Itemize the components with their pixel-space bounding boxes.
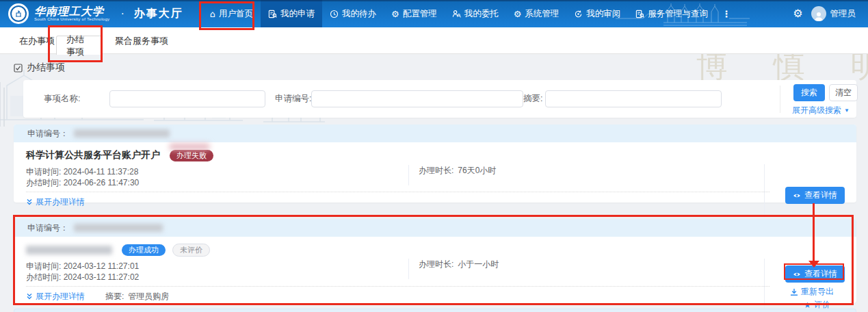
redacted-item-title — [26, 246, 112, 255]
card-body: 办理成功 未评价 申请时间: 2024-03-12 11:27:01 办结时间:… — [14, 237, 856, 302]
nav-label: 用户首页 — [219, 8, 253, 20]
nav-label: 我的委托 — [464, 8, 499, 20]
clear-button[interactable]: 清空 — [829, 84, 858, 101]
item-name-input[interactable] — [109, 90, 265, 107]
actions-divider — [764, 259, 765, 312]
item-title: 科学计算公共服务平台账户开户 — [26, 149, 160, 161]
top-navbar: 华南理工大学 South China University of Technol… — [0, 0, 868, 27]
nav-item-system-mgmt[interactable]: ⚙ 系统管理 — [506, 0, 567, 27]
user-name: 管理员 — [830, 8, 856, 20]
nav-label: 我的待办 — [342, 8, 376, 20]
item-name-label: 事项名称: — [44, 90, 80, 107]
settings-gear-icon[interactable]: ⚙ — [793, 8, 802, 19]
dotted-divider — [26, 192, 770, 192]
search-panel: 事项名称: 申请编号: 摘要: 搜索 清空 展开高级搜索 ▼ — [23, 80, 856, 118]
actions-divider — [764, 164, 765, 218]
nav-item-config-mgmt[interactable]: ⚙ 配置管理 — [384, 0, 445, 27]
next-card-partial — [14, 309, 856, 312]
search-divider — [780, 86, 780, 113]
gear-icon: ⚙ — [391, 10, 399, 18]
review-refresh-icon — [574, 10, 583, 18]
double-chevron-down-icon — [26, 293, 33, 300]
nav-label: 服务管理与查询 — [648, 8, 708, 20]
brand-name-en: South China University of Technology — [34, 17, 109, 22]
duration-block: 办理时长: 小于一小时 — [408, 259, 499, 279]
brand-name-cn: 华南理工大学 — [34, 6, 109, 17]
application-no-label: 申请编号： — [27, 128, 68, 140]
brand-separator: · — [120, 8, 124, 20]
result-card-2: 申请编号： 办理成功 未评价 申请时间: 2024-03-12 11:27:01… — [14, 219, 856, 303]
summary-value: 管理员购房 — [128, 291, 169, 301]
summary-input[interactable] — [545, 90, 722, 107]
redacted-application-no — [74, 224, 163, 232]
application-no-label: 申请编号: — [275, 90, 311, 107]
download-icon — [790, 288, 798, 296]
tab-bar: 在办事项 办结事项 聚合服务事项 — [0, 27, 868, 54]
brand-app-title: 办事大厅 — [134, 7, 183, 21]
card-header: 申请编号： — [14, 219, 856, 237]
tab-aggregated-services[interactable]: 聚合服务事项 — [105, 27, 178, 54]
view-details-button[interactable]: 查看详情 — [785, 265, 845, 283]
nav-item-my-delegation[interactable]: 我的委托 — [445, 0, 506, 27]
summary-label: 摘要: — [105, 291, 124, 301]
nav-more-button[interactable]: ⋮ — [715, 0, 738, 27]
nav-label: 系统管理 — [525, 8, 559, 20]
main-nav-menu: ⌂ 用户首页 我的申请 我的待办 ⚙ 配置管理 — [202, 0, 738, 27]
brand: 华南理工大学 South China University of Technol… — [0, 3, 183, 24]
section-header: 办结事项 — [14, 62, 65, 74]
eye-icon — [793, 270, 801, 278]
file-search-icon — [635, 10, 644, 18]
more-vertical-icon: ⋮ — [722, 10, 731, 18]
redaction-artifact — [170, 144, 209, 150]
summary-row: 摘要:管理员购房 — [105, 291, 169, 302]
expand-details-link[interactable]: 展开办理详情 — [26, 291, 85, 302]
re-export-link[interactable]: 重新导出 — [790, 286, 834, 298]
application-no-input[interactable] — [311, 90, 523, 107]
tab-completed[interactable]: 办结事项 — [56, 36, 103, 55]
summary-label: 摘要: — [523, 90, 542, 107]
nav-item-my-applications[interactable]: 我的申请 — [261, 0, 322, 27]
user-menu[interactable]: 管理员 — [811, 6, 856, 21]
brand-text: 华南理工大学 South China University of Technol… — [34, 6, 109, 22]
avatar — [811, 6, 826, 21]
chevron-down-icon: ▼ — [844, 107, 850, 114]
view-details-button[interactable]: 查看详情 — [785, 187, 845, 204]
dotted-divider — [26, 286, 770, 287]
clock-icon — [330, 10, 339, 18]
duration-label: 办理时长: — [419, 259, 453, 270]
nav-label: 我的申请 — [280, 8, 315, 20]
nav-item-user-home[interactable]: ⌂ 用户首页 — [202, 0, 261, 27]
advanced-search-label: 展开高级搜索 — [792, 105, 841, 116]
card-header: 申请编号： — [14, 125, 856, 142]
nav-item-my-todo[interactable]: 我的待办 — [322, 0, 384, 27]
duration-value: 76天0小时 — [458, 165, 496, 177]
status-badge-unrated: 未评价 — [172, 244, 210, 257]
search-button[interactable]: 搜索 — [793, 84, 825, 101]
nav-item-service-mgmt-query[interactable]: 服务管理与查询 — [628, 0, 715, 27]
section-title: 办结事项 — [27, 62, 65, 74]
eye-icon — [793, 192, 801, 200]
advanced-search-toggle[interactable]: 展开高级搜索 ▼ — [792, 105, 850, 116]
redacted-application-no — [74, 129, 170, 138]
logo-building-icon — [14, 10, 23, 18]
gear-icon: ⚙ — [514, 10, 522, 18]
nav-label: 配置管理 — [403, 8, 437, 20]
user-key-icon — [452, 10, 461, 18]
double-chevron-down-icon — [26, 198, 33, 206]
status-badge-failed: 办理失败 — [170, 150, 213, 161]
checked-box-icon — [14, 64, 23, 73]
duration-label: 办理时长: — [419, 165, 453, 177]
card-body: 科学计算公共服务平台账户开户 办理失败 申请时间: 2024-04-11 11:… — [14, 142, 856, 208]
file-search-icon — [268, 10, 277, 18]
expand-details-link[interactable]: 展开办理详情 — [26, 196, 85, 208]
nav-item-my-review[interactable]: 我的审阅 — [566, 0, 628, 27]
application-no-label: 申请编号： — [27, 222, 68, 234]
result-card-1: 申请编号： 科学计算公共服务平台账户开户 办理失败 申请时间: 2024-04-… — [14, 125, 856, 203]
person-icon — [813, 11, 824, 21]
nav-label: 我的审阅 — [586, 8, 620, 20]
status-badge-success: 办理成功 — [122, 244, 166, 256]
duration-value: 小于一小时 — [458, 259, 499, 270]
university-logo-icon — [8, 3, 29, 24]
duration-block: 办理时长: 76天0小时 — [408, 165, 496, 185]
navbar-right: ⚙ 管理员 — [793, 0, 856, 27]
